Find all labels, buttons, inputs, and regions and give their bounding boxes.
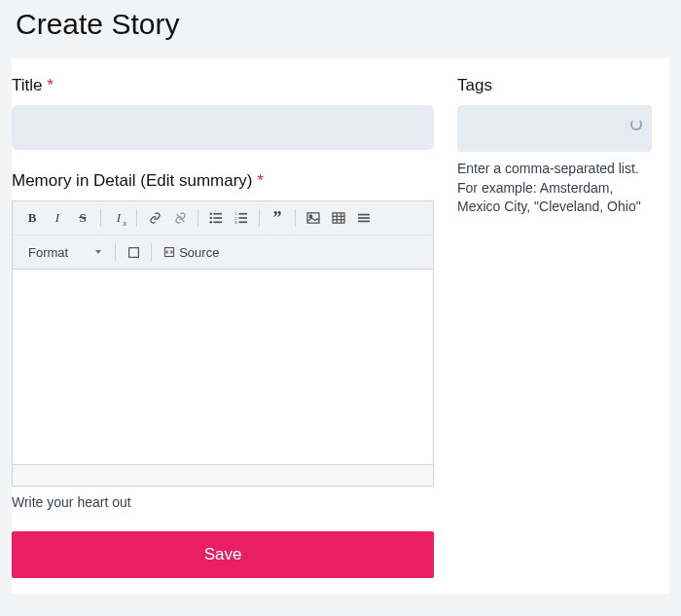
strike-button[interactable]: S — [71, 207, 94, 229]
memory-label-text: Memory in Detail (Edit summary) — [12, 171, 253, 190]
separator — [295, 209, 296, 227]
svg-rect-23 — [128, 247, 138, 257]
title-label-text: Title — [12, 76, 43, 94]
title-required: * — [47, 76, 54, 94]
remove-format-button[interactable]: Ix — [107, 207, 130, 229]
title-label: Title * — [12, 76, 434, 95]
svg-point-3 — [210, 217, 213, 220]
editor-textarea[interactable] — [13, 270, 433, 464]
title-input[interactable] — [12, 105, 434, 150]
tags-help: Enter a comma-separated list. For exampl… — [457, 160, 652, 217]
svg-point-5 — [210, 221, 213, 224]
source-button[interactable]: Source — [158, 243, 225, 262]
tags-input[interactable] — [457, 105, 652, 152]
editor-statusbar — [13, 464, 433, 486]
format-dropdown[interactable]: Format — [20, 243, 109, 262]
blockquote-button[interactable]: ” — [266, 207, 289, 229]
loading-spinner-icon — [630, 119, 642, 130]
svg-rect-21 — [358, 217, 370, 219]
format-label: Format — [28, 245, 68, 260]
svg-rect-4 — [213, 217, 222, 219]
horizontal-rule-button[interactable] — [352, 207, 376, 229]
page-title: Create Story — [16, 8, 669, 41]
chevron-down-icon — [95, 250, 101, 254]
bold-button[interactable]: B — [20, 207, 44, 229]
save-button[interactable]: Save — [12, 531, 434, 578]
svg-rect-6 — [213, 221, 222, 223]
italic-button[interactable]: I — [46, 207, 69, 229]
form-card: Title * Memory in Detail (Edit summary) … — [12, 58, 669, 594]
numbered-list-button[interactable]: 123 — [230, 207, 253, 229]
svg-rect-13 — [307, 213, 319, 223]
svg-point-1 — [210, 212, 213, 215]
svg-rect-8 — [238, 213, 247, 215]
svg-rect-2 — [213, 213, 222, 215]
svg-text:3: 3 — [234, 220, 237, 224]
unlink-button[interactable] — [168, 207, 192, 229]
bullet-list-button[interactable] — [204, 207, 228, 229]
separator — [115, 243, 116, 261]
separator — [136, 209, 137, 227]
svg-rect-12 — [238, 221, 247, 223]
svg-rect-15 — [333, 213, 344, 223]
svg-rect-10 — [238, 217, 247, 219]
separator — [197, 209, 198, 227]
source-icon — [163, 246, 175, 258]
separator — [100, 209, 101, 227]
source-label: Source — [179, 245, 219, 260]
rich-text-editor: B I S Ix — [12, 200, 434, 487]
memory-hint: Write your heart out — [12, 494, 434, 510]
tags-label: Tags — [457, 76, 652, 95]
editor-toolbar: B I S Ix — [13, 201, 433, 270]
link-button[interactable] — [143, 207, 166, 229]
memory-required: * — [257, 171, 264, 190]
separator — [259, 209, 260, 227]
table-button[interactable] — [327, 207, 350, 229]
image-button[interactable] — [302, 207, 325, 229]
svg-point-14 — [309, 215, 312, 218]
separator — [151, 243, 152, 261]
svg-rect-20 — [358, 214, 370, 216]
memory-label: Memory in Detail (Edit summary) * — [12, 171, 434, 191]
svg-rect-22 — [358, 221, 370, 223]
maximize-button[interactable] — [122, 241, 145, 263]
